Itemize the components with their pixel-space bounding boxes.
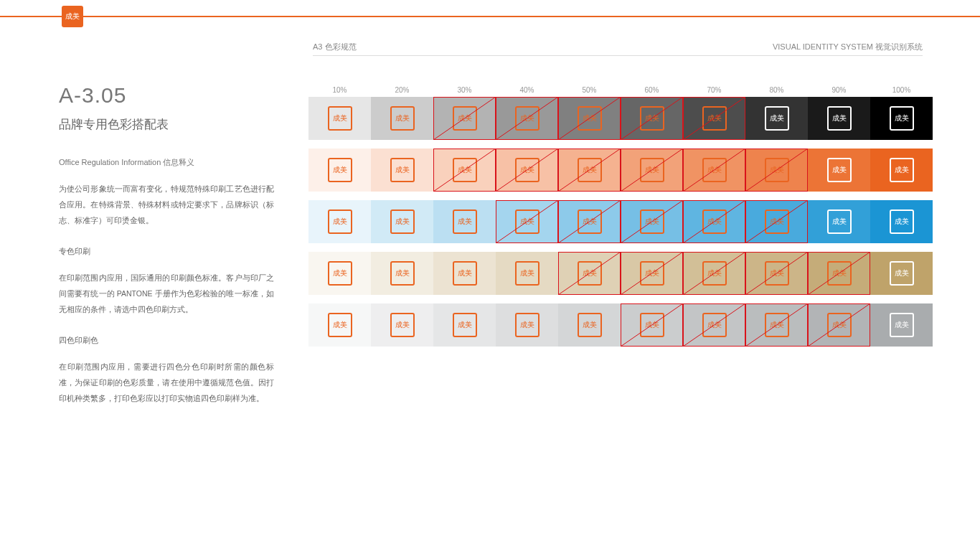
- brand-logo-icon: 成美: [765, 313, 789, 337]
- section-title: 品牌专用色彩搭配表: [59, 116, 274, 133]
- swatch: 成美: [683, 97, 745, 140]
- brand-logo-icon: 成美: [578, 158, 602, 182]
- brand-logo-icon: 成美: [827, 106, 852, 131]
- percent-label: 100%: [870, 86, 933, 94]
- swatch: 成美: [808, 149, 870, 192]
- swatch: 成美: [371, 252, 433, 295]
- swatch: 成美: [558, 200, 621, 243]
- swatch: 成美: [558, 252, 621, 295]
- brand-logo-icon: 成美: [328, 313, 352, 337]
- swatch-row-tan: 成美成美成美成美成美成美成美成美成美成美: [308, 252, 933, 295]
- swatch: 成美: [683, 252, 745, 295]
- swatch: 成美: [808, 97, 870, 140]
- swatch: 成美: [621, 252, 683, 295]
- brand-logo-icon: 成美: [890, 261, 914, 286]
- brand-logo-icon: 成美: [515, 106, 540, 131]
- swatch: 成美: [433, 252, 496, 295]
- brand-logo-icon: 成美: [890, 106, 914, 131]
- swatch: 成美: [621, 149, 683, 192]
- brand-logo-icon: 成美: [890, 313, 914, 337]
- brand-logo-icon: 成美: [640, 158, 664, 182]
- top-rule: [0, 16, 980, 17]
- percent-label: 30%: [433, 86, 496, 94]
- brand-logo-icon: 成美: [515, 158, 540, 182]
- brand-logo-icon: 成美: [390, 209, 415, 234]
- swatch: 成美: [496, 200, 558, 243]
- brand-logo-icon: 成美: [890, 158, 914, 182]
- brand-logo-icon: 成美: [578, 106, 602, 131]
- brand-logo-icon: 成美: [765, 158, 789, 182]
- brand-logo-icon: 成美: [640, 261, 664, 286]
- swatch: 成美: [558, 149, 621, 192]
- swatch: 成美: [308, 97, 371, 140]
- swatch: 成美: [433, 200, 496, 243]
- swatch: 成美: [558, 97, 621, 140]
- swatch: 成美: [870, 200, 933, 243]
- heading-spot: 专色印刷: [59, 247, 274, 257]
- heading-cmyk: 四色印刷色: [59, 336, 274, 346]
- brand-logo-icon: 成美: [390, 158, 415, 182]
- brand-logo-icon: 成美: [453, 106, 477, 131]
- percent-label: 10%: [308, 86, 371, 94]
- brand-logo-icon: 成美: [453, 313, 477, 337]
- swatch: 成美: [433, 149, 496, 192]
- brand-logo-icon: 成美: [453, 209, 477, 234]
- swatch: 成美: [621, 303, 683, 347]
- left-column: A-3.05 品牌专用色彩搭配表 Office Regulation Infor…: [59, 83, 274, 406]
- brand-logo-icon: 成美: [578, 261, 602, 286]
- swatch: 成美: [870, 97, 933, 140]
- percent-label: 70%: [683, 86, 745, 94]
- para1: 为使公司形象统一而富有变化，特规范特殊印刷工艺色进行配合应用。在特殊背景、特殊材…: [59, 181, 274, 228]
- swatch: 成美: [308, 252, 371, 295]
- swatch: 成美: [808, 200, 870, 243]
- brand-logo-icon: 成美: [578, 313, 602, 337]
- swatch: 成美: [683, 303, 745, 347]
- brand-logo-icon: 成美: [827, 313, 852, 337]
- swatch: 成美: [371, 97, 433, 140]
- brand-logo-icon: 成美: [702, 209, 727, 234]
- swatch-row-orange: 成美成美成美成美成美成美成美成美成美成美: [308, 149, 933, 192]
- swatch: 成美: [496, 149, 558, 192]
- brand-logo-icon: 成美: [702, 313, 727, 337]
- swatch: 成美: [308, 303, 371, 347]
- swatch: 成美: [308, 149, 371, 192]
- section-subtitle: Office Regulation Information 信息释义: [59, 157, 274, 168]
- swatch: 成美: [621, 200, 683, 243]
- swatch: 成美: [371, 149, 433, 192]
- percent-label: 80%: [745, 86, 808, 94]
- brand-logo-icon: 成美: [328, 261, 352, 286]
- brand-logo-icon: 成美: [702, 158, 727, 182]
- swatch: 成美: [870, 149, 933, 192]
- swatch: 成美: [745, 252, 808, 295]
- percent-label: 40%: [496, 86, 558, 94]
- swatch: 成美: [371, 200, 433, 243]
- swatch: 成美: [745, 200, 808, 243]
- brand-logo-icon: 成美: [390, 313, 415, 337]
- brand-logo-icon: 成美: [702, 261, 727, 286]
- brand-logo-icon: 成美: [390, 106, 415, 131]
- swatch: 成美: [870, 252, 933, 295]
- brand-logo-icon: 成美: [515, 313, 540, 337]
- swatch: 成美: [870, 303, 933, 347]
- brand-logo-icon: 成美: [827, 158, 852, 182]
- brand-logo-icon: 成美: [765, 106, 789, 131]
- swatch: 成美: [745, 303, 808, 347]
- para3: 在印刷范围内应用，需要进行四色分色印刷时所需的颜色标准，为保证印刷的色彩质量，请…: [59, 359, 274, 406]
- swatch: 成美: [308, 200, 371, 243]
- brand-logo-icon: 成美: [765, 209, 789, 234]
- swatch: 成美: [496, 303, 558, 347]
- brand-logo-top: 成美: [62, 6, 83, 27]
- header-right: VISUAL IDENTITY SYSTEM 视觉识别系统: [773, 42, 923, 52]
- percent-labels-row: 10%20%30%40%50%60%70%80%90%100%: [308, 86, 933, 94]
- swatch: 成美: [621, 97, 683, 140]
- swatch: 成美: [683, 149, 745, 192]
- brand-logo-icon: 成美: [640, 313, 664, 337]
- brand-logo-icon: 成美: [765, 261, 789, 286]
- percent-label: 90%: [808, 86, 870, 94]
- brand-logo-icon: 成美: [702, 106, 727, 131]
- swatch-row-black: 成美成美成美成美成美成美成美成美成美成美: [308, 97, 933, 140]
- brand-logo-icon: 成美: [890, 209, 914, 234]
- swatch: 成美: [496, 252, 558, 295]
- brand-logo-icon: 成美: [390, 261, 415, 286]
- swatch: 成美: [371, 303, 433, 347]
